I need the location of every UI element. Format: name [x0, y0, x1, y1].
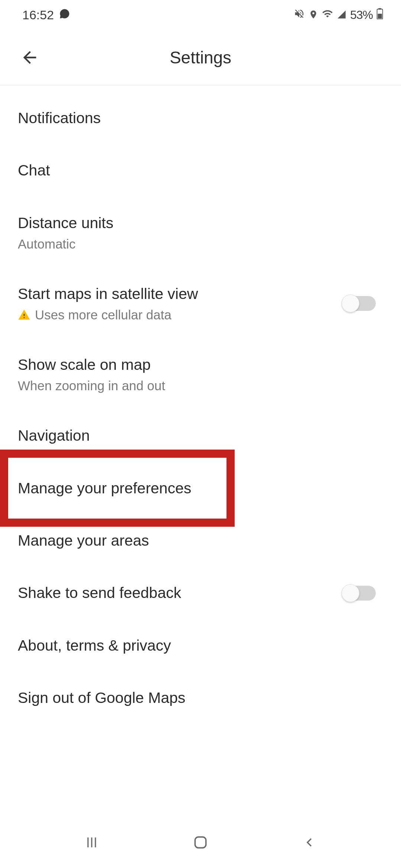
status-bar: 16:52 53% — [0, 0, 401, 30]
home-button[interactable] — [189, 831, 212, 854]
app-bar: Settings — [0, 30, 401, 85]
settings-list: Notifications Chat Distance units Automa… — [0, 85, 401, 724]
chat-bubble-icon — [59, 8, 70, 22]
cellular-signal-icon — [337, 8, 346, 22]
svg-rect-1 — [378, 8, 381, 10]
status-time: 16:52 — [22, 8, 54, 22]
volume-mute-icon — [294, 8, 305, 22]
setting-manage-preferences[interactable]: Manage your preferences — [0, 462, 401, 514]
status-left: 16:52 — [22, 8, 70, 22]
setting-chat[interactable]: Chat — [0, 144, 401, 197]
setting-title: Start maps in satellite view — [18, 284, 343, 304]
setting-distance-units[interactable]: Distance units Automatic — [0, 197, 401, 268]
back-button[interactable] — [19, 46, 41, 69]
setting-title: Show scale on map — [18, 355, 383, 375]
setting-title: Manage your areas — [18, 531, 383, 550]
setting-about[interactable]: About, terms & privacy — [0, 619, 401, 672]
page-title: Settings — [41, 47, 360, 68]
setting-title: Sign out of Google Maps — [18, 688, 383, 708]
back-system-button[interactable] — [298, 831, 320, 854]
setting-title: Manage your preferences — [18, 479, 383, 498]
toggle-knob — [342, 584, 359, 602]
location-icon — [309, 8, 318, 22]
setting-navigation[interactable]: Navigation — [0, 410, 401, 462]
wifi-icon — [322, 8, 333, 22]
setting-title: Navigation — [18, 426, 383, 445]
setting-satellite-view[interactable]: Start maps in satellite view Uses more c… — [0, 268, 401, 339]
status-right: 53% — [294, 8, 383, 22]
battery-percentage: 53% — [350, 8, 373, 22]
arrow-left-icon — [20, 48, 39, 67]
setting-shake-feedback[interactable]: Shake to send feedback — [0, 567, 401, 619]
svg-rect-6 — [195, 837, 206, 848]
warning-icon — [18, 309, 30, 321]
svg-rect-2 — [378, 14, 382, 19]
setting-subtitle: When zooming in and out — [18, 378, 383, 393]
setting-subtitle: Uses more cellular data — [18, 308, 343, 322]
setting-title: About, terms & privacy — [18, 636, 383, 655]
setting-title: Distance units — [18, 213, 383, 233]
setting-title: Shake to send feedback — [18, 583, 343, 603]
setting-title: Chat — [18, 161, 383, 180]
recents-button[interactable] — [81, 831, 103, 854]
setting-notifications[interactable]: Notifications — [0, 85, 401, 144]
setting-sign-out[interactable]: Sign out of Google Maps — [0, 672, 401, 724]
setting-manage-areas[interactable]: Manage your areas — [0, 514, 401, 567]
shake-feedback-toggle[interactable] — [343, 586, 376, 601]
system-nav-bar — [0, 817, 401, 868]
setting-subtitle: Automatic — [18, 237, 383, 251]
setting-title: Notifications — [18, 108, 383, 128]
toggle-knob — [342, 295, 359, 312]
setting-scale-on-map[interactable]: Show scale on map When zooming in and ou… — [0, 339, 401, 410]
battery-icon — [376, 8, 383, 22]
satellite-view-toggle[interactable] — [343, 296, 376, 311]
